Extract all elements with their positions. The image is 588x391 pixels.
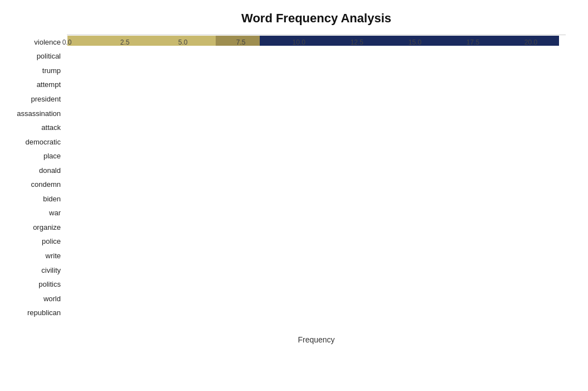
y-label-attempt: attempt <box>37 80 61 89</box>
y-axis-labels: violencepoliticaltrumpattemptpresidentas… <box>3 35 64 320</box>
y-label-place: place <box>43 152 61 160</box>
y-label-violence: violence <box>34 37 61 46</box>
x-tick-15.0: 15.0 <box>409 38 421 46</box>
y-label-war: war <box>49 209 61 217</box>
y-label-write: write <box>46 252 61 260</box>
y-label-condemn: condemn <box>31 180 61 189</box>
x-tick-12.5: 12.5 <box>351 38 363 46</box>
chart-container: Word Frequency Analysis violencepolitica… <box>0 0 588 391</box>
x-axis: 0.02.55.07.510.012.515.017.520.0 <box>67 35 566 52</box>
y-label-trump: trump <box>42 66 61 74</box>
y-label-civility: civility <box>41 266 61 274</box>
x-tick-20.0: 20.0 <box>524 38 537 46</box>
y-label-democratic: democratic <box>25 137 61 146</box>
y-label-president: president <box>31 94 61 103</box>
x-tick-2.5: 2.5 <box>120 38 130 46</box>
x-tick-10.0: 10.0 <box>293 38 305 46</box>
y-label-world: world <box>43 294 61 302</box>
y-label-attack: attack <box>41 123 61 132</box>
y-label-political: political <box>37 52 61 60</box>
x-tick-7.5: 7.5 <box>236 38 246 46</box>
y-label-republican: republican <box>27 308 61 317</box>
chart-title: Word Frequency Analysis <box>67 11 566 26</box>
x-tick-5.0: 5.0 <box>178 38 188 46</box>
y-label-police: police <box>42 237 61 245</box>
y-label-organize: organize <box>33 223 61 231</box>
y-label-biden: biden <box>43 194 61 202</box>
y-label-assassination: assassination <box>17 109 61 117</box>
x-tick-0.0: 0.0 <box>62 38 72 46</box>
x-axis-title: Frequency <box>67 335 566 344</box>
y-label-donald: donald <box>39 166 61 174</box>
x-tick-17.5: 17.5 <box>466 38 479 46</box>
y-label-politics: politics <box>38 280 61 288</box>
